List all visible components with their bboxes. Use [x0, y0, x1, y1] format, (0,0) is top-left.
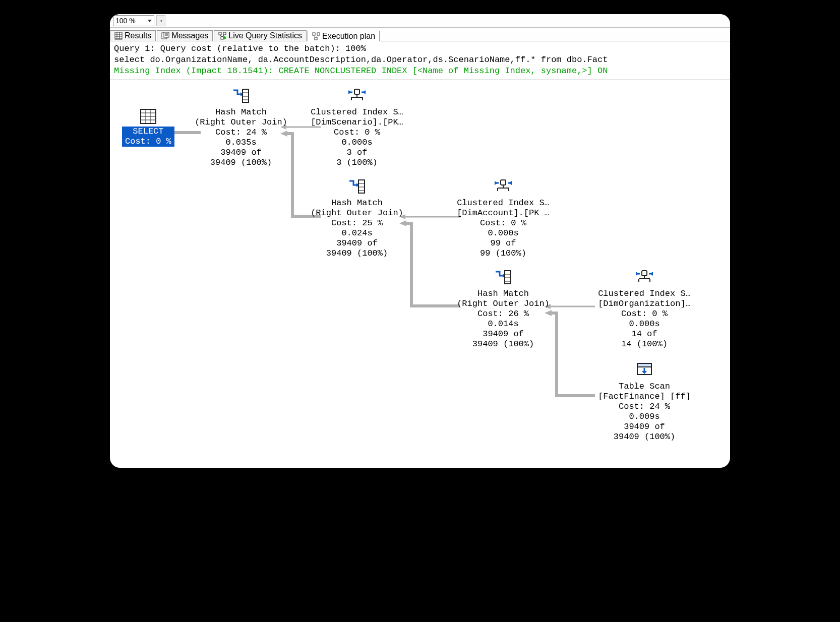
- hash-match-icon: [348, 179, 366, 197]
- op-time: 0.009s: [594, 412, 695, 422]
- svg-line-20: [314, 35, 316, 37]
- tab-results-label: Results: [125, 31, 151, 40]
- execution-plan-icon: [312, 32, 320, 40]
- op-time: 0.000s: [307, 138, 407, 148]
- ssms-execution-plan-pane: 100 % ◂ Results Messages Live Query Stat…: [110, 14, 730, 468]
- plan-op-select[interactable]: SELECT Cost: 0 %: [122, 108, 174, 147]
- op-cost: Cost: 24 %: [594, 402, 695, 412]
- tab-exec-label: Execution plan: [322, 32, 375, 41]
- plan-op-clustered-index-scan-dimaccount[interactable]: Clustered Index S… [DimAccount].[PK_… Co…: [453, 179, 554, 259]
- op-cost: Cost: 0 %: [453, 218, 554, 228]
- svg-rect-44: [354, 89, 359, 94]
- op-subtitle: [DimScenario].[PK…: [307, 117, 407, 128]
- op-rows: 39409 of: [307, 238, 407, 248]
- plan-arrow: [399, 220, 460, 311]
- op-rows: 99 of: [453, 238, 554, 248]
- tab-messages[interactable]: Messages: [157, 30, 213, 41]
- op-cost: Cost: 25 %: [307, 218, 407, 228]
- svg-rect-76: [637, 363, 651, 367]
- op-title: Hash Match: [453, 289, 554, 299]
- svg-line-21: [316, 35, 318, 37]
- op-cost: Cost: 26 %: [453, 309, 554, 319]
- svg-marker-62: [509, 181, 512, 185]
- plan-op-hash-match-3[interactable]: Hash Match (Right Outer Join) Cost: 26 %…: [453, 270, 554, 349]
- svg-line-14: [220, 35, 222, 37]
- result-tabs: Results Messages Live Query Statistics E…: [110, 28, 730, 41]
- op-rows2: 39409 (100%): [594, 432, 695, 442]
- tab-live-query-stats[interactable]: Live Query Statistics: [214, 30, 307, 41]
- clustered-index-scan-icon: [348, 88, 366, 106]
- tab-execution-plan[interactable]: Execution plan: [308, 31, 380, 41]
- live-stats-icon: [218, 32, 226, 40]
- svg-rect-12: [223, 32, 226, 35]
- op-rows2: 3 (100%): [307, 158, 407, 168]
- clustered-index-scan-icon: [495, 179, 512, 197]
- svg-point-16: [223, 36, 226, 39]
- op-rows: 3 of: [307, 148, 407, 158]
- plan-op-hash-match-1[interactable]: Hash Match (Right Outer Join) Cost: 24 %…: [191, 88, 291, 168]
- op-subtitle: (Right Outer Join): [191, 117, 291, 128]
- op-rows: 39409 of: [191, 148, 291, 158]
- svg-marker-74: [650, 272, 653, 276]
- svg-rect-52: [358, 180, 365, 193]
- op-rows: 14 of: [594, 329, 695, 339]
- op-subtitle: [FactFinance] [ff]: [594, 392, 695, 402]
- op-cost: Cost: 24 %: [191, 128, 291, 138]
- svg-marker-61: [495, 181, 498, 185]
- plan-op-hash-match-2[interactable]: Hash Match (Right Outer Join) Cost: 25 %…: [307, 179, 407, 259]
- plan-arrow: [399, 213, 460, 220]
- hash-match-icon: [495, 270, 512, 288]
- op-subtitle: (Right Outer Join): [453, 299, 554, 309]
- op-time: 0.000s: [453, 228, 554, 238]
- scroll-left-button[interactable]: ◂: [156, 15, 165, 26]
- query-sql-line: select do.OrganizationName, da.AccountDe…: [114, 54, 726, 66]
- svg-marker-50: [363, 90, 366, 94]
- svg-rect-56: [501, 180, 506, 185]
- svg-rect-64: [505, 271, 511, 284]
- op-subtitle: (Right Outer Join): [307, 208, 407, 218]
- op-cost: Cost: 0 %: [594, 309, 695, 319]
- grid-icon: [114, 32, 123, 40]
- op-rows: 39409 of: [594, 422, 695, 432]
- tab-messages-label: Messages: [171, 31, 208, 40]
- op-cost: Cost: 0 %: [307, 128, 407, 138]
- svg-rect-68: [642, 271, 647, 276]
- plan-op-table-scan-factfinance[interactable]: Table Scan [FactFinance] [ff] Cost: 24 %…: [594, 362, 695, 442]
- op-title: Clustered Index S…: [594, 289, 695, 299]
- op-title: Clustered Index S…: [307, 107, 407, 117]
- op-rows2: 39409 (100%): [191, 158, 291, 168]
- missing-index-hint[interactable]: Missing Index (Impact 18.1541): CREATE N…: [114, 66, 726, 77]
- messages-icon: [161, 32, 169, 40]
- zoom-value: 100 %: [115, 17, 136, 25]
- chevron-down-icon: [148, 20, 152, 22]
- svg-rect-19: [315, 37, 317, 40]
- op-title: Hash Match: [307, 198, 407, 208]
- op-title: Hash Match: [191, 107, 291, 117]
- op-time: 0.000s: [594, 319, 695, 329]
- tab-live-label: Live Query Statistics: [228, 31, 302, 40]
- op-time: 0.035s: [191, 138, 291, 148]
- op-rows2: 14 (100%): [594, 339, 695, 349]
- op-rows2: 39409 (100%): [307, 248, 407, 259]
- hash-match-icon: [232, 88, 250, 106]
- execution-plan-canvas[interactable]: SELECT Cost: 0 % Hash Match (Right Outer…: [110, 80, 730, 468]
- op-rows: 39409 of: [453, 329, 554, 339]
- clustered-index-scan-icon: [636, 270, 653, 288]
- svg-rect-17: [313, 33, 315, 35]
- zoom-toolbar: 100 % ◂: [110, 14, 730, 28]
- op-rows2: 39409 (100%): [453, 339, 554, 349]
- svg-rect-11: [219, 32, 221, 35]
- svg-rect-18: [317, 33, 320, 35]
- select-label: SELECT: [125, 127, 171, 137]
- tab-results[interactable]: Results: [110, 30, 156, 41]
- plan-op-clustered-index-scan-dimorganization[interactable]: Clustered Index S… [DimOrganization]… Co…: [594, 270, 695, 349]
- select-result-icon: [140, 109, 156, 127]
- op-subtitle: [DimOrganization]…: [594, 299, 695, 309]
- op-rows2: 99 (100%): [453, 248, 554, 259]
- svg-marker-73: [636, 272, 639, 276]
- plan-op-clustered-index-scan-dimscenario[interactable]: Clustered Index S… [DimScenario].[PK… Co…: [307, 88, 407, 168]
- op-title: Table Scan: [594, 382, 695, 392]
- op-title: Clustered Index S…: [453, 198, 554, 208]
- table-scan-icon: [637, 363, 652, 380]
- zoom-dropdown[interactable]: 100 %: [113, 15, 154, 26]
